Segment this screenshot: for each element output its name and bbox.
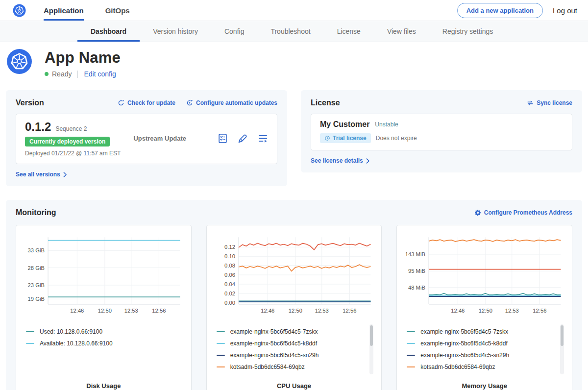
chevron-right-icon: [366, 158, 370, 164]
tab-gitops-label: GitOps: [105, 6, 130, 15]
series-label: Available: 10.128.0.66:9100: [40, 340, 113, 347]
tab-application-label: Application: [44, 6, 84, 15]
preflight-checks-button[interactable]: [218, 133, 228, 144]
svg-text:12:46: 12:46: [261, 308, 274, 314]
legend-item: Available: 10.128.0.66:9100: [26, 340, 175, 347]
series-label: example-nginx-5bc6f5d4c5-k8ddf: [420, 340, 507, 347]
series-label: example-nginx-5bc6f5d4c5-sn29h: [230, 352, 319, 359]
license-card: License Sync license My Customer Unstabl…: [301, 90, 582, 172]
series-color-swatch: [407, 355, 415, 356]
sync-icon: [527, 99, 534, 106]
trial-license-badge: Trial license: [320, 133, 371, 143]
dashboard-main: Version Check for update Configure autom…: [0, 85, 588, 390]
svg-text:0.12: 0.12: [224, 244, 235, 250]
legend-scrollbar-thumb[interactable]: [561, 325, 564, 346]
release-notes-button[interactable]: [238, 133, 248, 144]
legend-item: kotsadm-5db6dc6584-69qbz: [407, 364, 556, 370]
subnav-item-license[interactable]: License: [324, 21, 374, 42]
subnav-item-registry-settings[interactable]: Registry settings: [429, 21, 506, 42]
subnav-item-view-files[interactable]: View files: [374, 21, 429, 42]
svg-text:48 MiB: 48 MiB: [408, 285, 425, 291]
series-label: example-nginx-5bc6f5d4c5-7zskx: [230, 328, 318, 335]
subnav-item-dashboard[interactable]: Dashboard: [77, 21, 140, 42]
svg-text:19 GiB: 19 GiB: [28, 296, 45, 302]
memory-usage-chart: 12:4612:5012:5312:56143 MiB95 MiB48 MiB: [403, 232, 566, 318]
see-all-versions-link[interactable]: See all versions: [16, 171, 67, 178]
series-color-swatch: [217, 366, 225, 367]
see-license-details-label: See license details: [311, 157, 363, 164]
series-label: example-nginx-5bc6f5d4c5-k8ddf: [230, 340, 317, 347]
svg-text:12:50: 12:50: [98, 308, 112, 314]
chart-title: Disk Usage: [22, 376, 185, 390]
series-color-swatch: [26, 343, 34, 344]
series-color-swatch: [407, 343, 415, 344]
svg-text:23 GiB: 23 GiB: [28, 282, 45, 288]
tab-application[interactable]: Application: [44, 0, 84, 21]
legend-scrollbar-thumb[interactable]: [370, 325, 373, 346]
svg-text:12:50: 12:50: [479, 308, 492, 314]
customer-name: My Customer: [320, 120, 369, 129]
svg-text:0.02: 0.02: [224, 291, 235, 296]
license-detail-row: My Customer Unstable Trial license Does …: [311, 114, 572, 150]
legend-item: Used: 10.128.0.66:9100: [26, 328, 175, 335]
svg-text:12:53: 12:53: [315, 308, 328, 314]
configure-auto-updates-label: Configure automatic updates: [196, 99, 277, 106]
trial-license-label: Trial license: [333, 135, 367, 142]
add-application-button[interactable]: Add a new application: [457, 3, 543, 18]
subnav-item-version-history[interactable]: Version history: [140, 21, 211, 42]
checklist-icon: [218, 133, 228, 144]
check-for-update-link[interactable]: Check for update: [118, 99, 175, 106]
cpu-usage-chart-card: 12:4612:5012:5312:560.120.100.080.060.04…: [206, 225, 382, 390]
top-navbar: Application GitOps Add a new application…: [0, 0, 588, 21]
edit-config-link[interactable]: Edit config: [84, 70, 116, 78]
svg-text:33 GiB: 33 GiB: [28, 247, 45, 253]
series-color-swatch: [217, 355, 225, 356]
version-sequence: Sequence 2: [55, 125, 87, 132]
logs-icon: [258, 133, 268, 144]
clock-icon: [324, 135, 330, 141]
tab-gitops[interactable]: GitOps: [105, 0, 130, 21]
license-heading: License: [311, 98, 340, 107]
legend-scrollbar[interactable]: [369, 324, 373, 374]
svg-text:12:46: 12:46: [70, 308, 84, 314]
sync-license-link[interactable]: Sync license: [527, 99, 572, 106]
svg-text:143 MiB: 143 MiB: [405, 251, 425, 257]
svg-text:12:56: 12:56: [343, 308, 356, 314]
chevron-right-icon: [63, 172, 67, 177]
legend-item: example-nginx-5bc6f5d4c5-7zskx: [407, 328, 556, 335]
deployed-timestamp: Deployed 01/21/22 @ 11:57 am EST: [25, 150, 121, 157]
svg-text:95 MiB: 95 MiB: [408, 268, 425, 274]
version-number: 0.1.2: [25, 120, 51, 134]
disk-usage-chart: 12:4612:5012:5312:5633 GiB28 GiB23 GiB19…: [22, 232, 185, 318]
auto-update-icon: [186, 99, 193, 106]
deployed-badge: Currently deployed version: [25, 137, 110, 146]
kubernetes-logo-icon[interactable]: [13, 0, 26, 21]
check-for-update-label: Check for update: [127, 99, 175, 106]
configure-prometheus-link[interactable]: Configure Prometheus Address: [474, 209, 572, 216]
svg-text:0.06: 0.06: [224, 272, 235, 278]
pen-icon: [238, 133, 248, 144]
logout-link[interactable]: Log out: [553, 6, 577, 15]
see-all-versions-label: See all versions: [16, 171, 60, 178]
app-status: Ready: [52, 70, 72, 78]
subnav-item-config[interactable]: Config: [211, 21, 257, 42]
series-label: Used: 10.128.0.66:9100: [40, 328, 102, 335]
svg-text:12:56: 12:56: [152, 308, 166, 314]
disk-usage-legend: Used: 10.128.0.66:9100Available: 10.128.…: [22, 322, 185, 353]
configure-prometheus-label: Configure Prometheus Address: [484, 209, 572, 216]
configure-auto-updates-link[interactable]: Configure automatic updates: [186, 99, 277, 106]
svg-text:0.04: 0.04: [224, 281, 235, 287]
series-color-swatch: [26, 331, 34, 332]
gear-icon: [474, 209, 481, 216]
svg-text:0.10: 0.10: [224, 253, 235, 259]
deploy-logs-button[interactable]: [258, 133, 268, 144]
legend-scrollbar[interactable]: [560, 324, 564, 374]
see-license-details-link[interactable]: See license details: [311, 157, 370, 164]
legend-item: kotsadm-5db6dc6584-69qbz: [217, 364, 366, 370]
series-color-swatch: [407, 366, 415, 367]
subnav-item-troubleshoot[interactable]: Troubleshoot: [257, 21, 323, 42]
svg-text:12:53: 12:53: [505, 308, 519, 314]
license-expiry: Does not expire: [376, 135, 417, 142]
chart-title: CPU Usage: [213, 376, 376, 390]
svg-text:12:50: 12:50: [289, 308, 302, 314]
